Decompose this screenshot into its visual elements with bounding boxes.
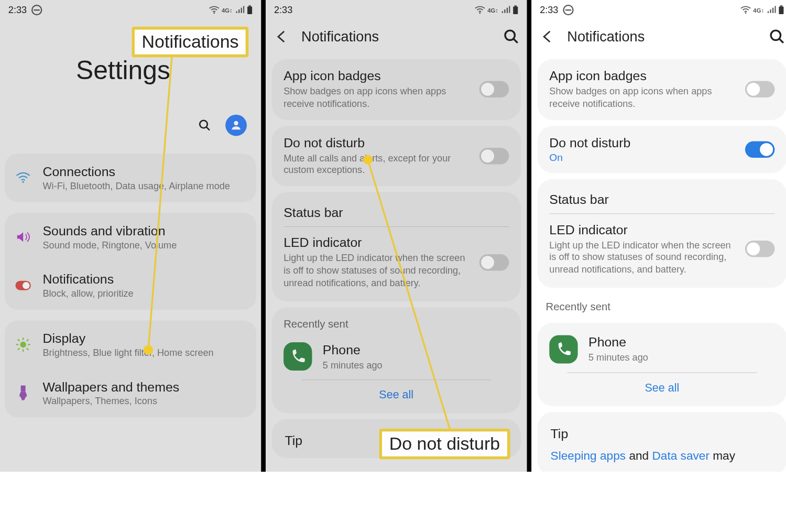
setting-sub: Show badges on app icons when apps recei… — [549, 86, 737, 111]
tip-link-sleeping-apps[interactable]: Sleeping apps — [551, 449, 626, 462]
status-bar: 2:33 4G↕ — [531, 0, 786, 20]
status-icons: 4G↕ — [474, 5, 518, 15]
toggle-dnd[interactable] — [745, 141, 775, 158]
tip-link-data-saver[interactable]: Data saver — [652, 449, 709, 462]
status-time: 2:33 — [540, 5, 558, 15]
svg-point-6 — [22, 181, 24, 183]
setting-app-icon-badges[interactable]: App icon badgesShow badges on app icons … — [271, 59, 520, 120]
recent-app-phone[interactable]: Phone5 minutes ago — [538, 327, 786, 373]
toggle-led[interactable] — [479, 254, 509, 271]
status-time: 2:33 — [8, 5, 27, 15]
search-icon[interactable] — [198, 119, 211, 132]
svg-rect-25 — [515, 5, 517, 6]
tip-body: Sleeping apps and Data saver may — [538, 447, 786, 472]
dnd-status-icon — [563, 5, 573, 15]
settings-item-connections[interactable]: ConnectionsWi-Fi, Bluetooth, Data usage,… — [5, 154, 256, 202]
setting-sub: Mute all calls and alerts, except for yo… — [283, 153, 471, 177]
app-name: Phone — [588, 334, 648, 350]
wifi-icon — [14, 169, 32, 187]
notification-toggle-icon — [14, 277, 32, 295]
status-bar: 2:33 4G↕ — [0, 0, 261, 20]
header-title: Notifications — [567, 28, 757, 45]
item-title: Sounds and vibration — [43, 223, 247, 238]
dnd-on-status: On — [549, 151, 737, 164]
page-header: Notifications — [266, 20, 527, 53]
see-all-link[interactable]: See all — [538, 373, 786, 402]
status-icons: 4G↕ — [740, 5, 784, 15]
section-statusbar-led: Status bar LED indicatorLight up the LED… — [538, 179, 786, 288]
svg-rect-1 — [247, 6, 252, 14]
status-bar: 2:33 4G↕ — [266, 0, 527, 20]
person-icon — [230, 119, 243, 132]
svg-point-23 — [479, 12, 481, 14]
settings-item-notifications[interactable]: NotificationsBlock, allow, prioritize — [5, 261, 256, 309]
svg-line-15 — [27, 348, 28, 350]
wifi-icon — [474, 6, 485, 14]
svg-point-32 — [745, 12, 746, 14]
battery-icon — [247, 5, 253, 15]
brush-icon — [14, 384, 32, 402]
item-title: Wallpapers and themes — [43, 379, 247, 395]
screen-notifications-off: 2:33 4G↕ Notifications App icon badgesSh… — [266, 0, 527, 472]
item-sub: Wi-Fi, Bluetooth, Data usage, Airplane m… — [43, 181, 247, 191]
section-status-bar[interactable]: Status bar — [271, 196, 520, 227]
item-sub: Block, allow, prioritize — [43, 288, 247, 299]
toggle-dnd[interactable] — [479, 148, 509, 165]
page-header: Notifications — [531, 20, 786, 53]
setting-do-not-disturb[interactable]: Do not disturbOn — [538, 126, 786, 173]
profile-avatar[interactable] — [225, 115, 247, 136]
svg-rect-18 — [21, 385, 26, 392]
wifi-icon — [740, 6, 750, 14]
see-all-link[interactable]: See all — [271, 381, 520, 410]
app-time: 5 minutes ago — [588, 352, 648, 364]
svg-line-4 — [206, 127, 210, 130]
svg-line-14 — [18, 339, 19, 341]
item-sub: Sound mode, Ringtone, Volume — [43, 240, 247, 251]
network-4g-icon: 4G↕ — [753, 7, 764, 13]
sound-icon — [14, 228, 32, 246]
toggle-led[interactable] — [745, 241, 775, 257]
annotation-dot — [363, 155, 373, 164]
settings-item-wallpapers[interactable]: Wallpapers and themesWallpapers, Themes,… — [5, 369, 256, 417]
settings-item-sounds[interactable]: Sounds and vibrationSound mode, Ringtone… — [5, 213, 256, 261]
svg-line-27 — [514, 39, 518, 43]
signal-icon — [767, 6, 776, 14]
section-recently-sent: Phone5 minutes ago See all — [538, 323, 786, 406]
setting-title: App icon badges — [549, 69, 737, 84]
svg-point-8 — [23, 282, 30, 289]
svg-line-16 — [18, 348, 19, 350]
phone-app-icon — [283, 343, 312, 371]
network-4g-icon: 4G↕ — [222, 7, 233, 13]
svg-point-3 — [200, 121, 208, 128]
search-icon[interactable] — [503, 28, 520, 45]
network-4g-icon: 4G↕ — [487, 7, 498, 13]
setting-do-not-disturb[interactable]: Do not disturbMute all calls and alerts,… — [271, 126, 520, 187]
phone-app-icon — [549, 335, 577, 363]
settings-item-display[interactable]: DisplayBrightness, Blue light filter, Ho… — [5, 320, 256, 368]
toggle-badges[interactable] — [745, 81, 775, 98]
item-title: Display — [43, 331, 247, 346]
setting-title: Do not disturb — [549, 135, 737, 150]
setting-sub: Show badges on app icons when apps recei… — [283, 86, 471, 111]
signal-icon — [235, 6, 244, 14]
recent-app-phone[interactable]: Phone5 minutes ago — [271, 334, 520, 380]
setting-app-icon-badges[interactable]: App icon badgesShow badges on app icons … — [538, 59, 786, 120]
svg-rect-2 — [248, 5, 251, 6]
svg-line-36 — [779, 39, 783, 43]
callout-dnd: Do not disturb — [379, 429, 510, 460]
wifi-icon — [209, 6, 219, 14]
svg-point-0 — [213, 12, 215, 14]
toggle-badges[interactable] — [479, 81, 509, 98]
section-status-bar[interactable]: Status bar — [538, 182, 786, 213]
search-icon[interactable] — [769, 28, 785, 45]
svg-point-9 — [20, 342, 26, 348]
svg-line-17 — [27, 339, 28, 341]
callout-notifications: Notifications — [132, 27, 248, 58]
brightness-icon — [14, 336, 32, 354]
signal-icon — [500, 6, 510, 14]
back-icon[interactable] — [273, 28, 290, 45]
screen-divider — [527, 0, 531, 472]
svg-rect-33 — [779, 6, 783, 14]
back-icon[interactable] — [539, 28, 555, 45]
screen-settings: 2:33 4G↕ Settings ConnectionsWi-Fi, Blue… — [0, 0, 261, 472]
